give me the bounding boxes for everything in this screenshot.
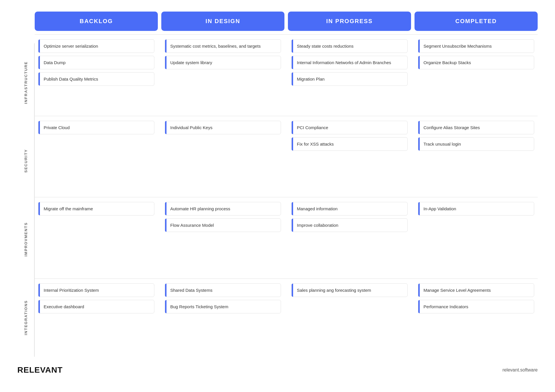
card-improvments-in-design-1[interactable]: Flow Assurance Model <box>165 218 281 232</box>
row-label-text-security: SECURITY <box>24 149 28 173</box>
footer-url: relevant.software <box>502 367 538 373</box>
board-row-integrations: Internal Prioritization SystemExecutive … <box>35 278 538 357</box>
cell-integrations-in-progress: Sales planning ang forecasting system <box>288 279 411 357</box>
col-header-label-backlog: BACKLOG <box>79 18 113 24</box>
card-integrations-in-design-1[interactable]: Bug Reports Ticketing System <box>165 300 281 313</box>
card-improvments-in-progress-0[interactable]: Managed information <box>291 202 408 215</box>
row-label-text-infrastructure: INFRASTRUCTURE <box>24 61 28 104</box>
col-header-in-design: IN DESIGN <box>161 12 284 31</box>
board-row-improvments: Migrate off the mainframeAutomate HR pla… <box>35 197 538 276</box>
col-headers: BACKLOGIN DESIGNIN PROGRESSCOMPLETED <box>35 12 538 31</box>
col-header-backlog: BACKLOG <box>35 12 158 31</box>
card-improvments-in-progress-1[interactable]: Improve collaboration <box>291 218 408 232</box>
cell-improvments-in-design: Automate HR planning processFlow Assuran… <box>161 197 284 276</box>
col-header-label-in-design: IN DESIGN <box>206 18 240 24</box>
row-label-text-improvments: IMPROVMENTS <box>24 222 28 257</box>
card-infrastructure-in-progress-2[interactable]: Migration Plan <box>291 72 408 86</box>
card-infrastructure-in-progress-1[interactable]: Internal Information Networks of Admin B… <box>291 56 408 69</box>
footer-logo: RELEVANT <box>17 365 63 375</box>
cell-improvments-backlog: Migrate off the mainframe <box>35 197 158 276</box>
rows-area: Optimize server serializationData DumpPu… <box>35 34 538 357</box>
col-header-label-in-progress: IN PROGRESS <box>326 18 373 24</box>
card-security-in-progress-1[interactable]: Fix for XSS attacks <box>291 137 408 151</box>
footer: RELEVANT relevant.software <box>17 360 538 375</box>
cell-security-completed: Configure Alias Storage SitesTrack unusu… <box>415 116 538 194</box>
cell-infrastructure-completed: Segment Unsubscribe MechanismsOrganize B… <box>415 35 538 113</box>
card-infrastructure-in-design-0[interactable]: Systematic cost metrics, baselines, and … <box>165 39 281 53</box>
board-row-infrastructure: Optimize server serializationData DumpPu… <box>35 34 538 113</box>
card-infrastructure-backlog-1[interactable]: Data Dump <box>38 56 154 69</box>
row-label-security: SECURITY <box>17 122 35 200</box>
cell-integrations-backlog: Internal Prioritization SystemExecutive … <box>35 279 158 357</box>
columns-area: BACKLOGIN DESIGNIN PROGRESSCOMPLETED Opt… <box>35 12 538 357</box>
row-label-integrations: INTEGRATIONS <box>17 278 35 357</box>
card-integrations-backlog-0[interactable]: Internal Prioritization System <box>38 283 154 297</box>
cell-infrastructure-in-design: Systematic cost metrics, baselines, and … <box>161 35 284 113</box>
card-infrastructure-in-progress-0[interactable]: Steady state costs reductions <box>291 39 408 53</box>
board-row-security: Private CloudIndividual Public KeysPCI C… <box>35 116 538 194</box>
cell-improvments-completed: In-App Validation <box>415 197 538 276</box>
row-label-text-integrations: INTEGRATIONS <box>24 300 28 335</box>
card-integrations-completed-1[interactable]: Performance Indicators <box>418 300 534 313</box>
col-header-completed: COMPLETED <box>415 12 538 31</box>
card-security-in-design-0[interactable]: Individual Public Keys <box>165 121 281 134</box>
cell-integrations-completed: Manage Service Level AgreementsPerforman… <box>415 279 538 357</box>
card-infrastructure-in-design-1[interactable]: Update system library <box>165 56 281 69</box>
card-security-in-progress-0[interactable]: PCI Compliance <box>291 121 408 134</box>
card-integrations-in-progress-0[interactable]: Sales planning ang forecasting system <box>291 283 408 297</box>
card-security-completed-1[interactable]: Track unusual login <box>418 137 534 151</box>
card-security-completed-0[interactable]: Configure Alias Storage Sites <box>418 121 534 134</box>
card-integrations-backlog-1[interactable]: Executive dashboard <box>38 300 154 313</box>
card-improvments-in-design-0[interactable]: Automate HR planning process <box>165 202 281 215</box>
cell-security-in-design: Individual Public Keys <box>161 116 284 194</box>
cell-infrastructure-backlog: Optimize server serializationData DumpPu… <box>35 35 158 113</box>
cell-infrastructure-in-progress: Steady state costs reductionsInternal In… <box>288 35 411 113</box>
card-infrastructure-backlog-2[interactable]: Publish Data Quality Metrics <box>38 72 154 86</box>
card-integrations-in-design-0[interactable]: Shared Data Systems <box>165 283 281 297</box>
col-header-label-completed: COMPLETED <box>455 18 497 24</box>
card-infrastructure-completed-0[interactable]: Segment Unsubscribe Mechanisms <box>418 39 534 53</box>
page-wrapper: INFRASTRUCTURESECURITYIMPROVMENTSINTEGRA… <box>0 0 555 392</box>
card-integrations-completed-0[interactable]: Manage Service Level Agreements <box>418 283 534 297</box>
cell-improvments-in-progress: Managed informationImprove collaboration <box>288 197 411 276</box>
row-label-improvments: IMPROVMENTS <box>17 200 35 278</box>
card-improvments-backlog-0[interactable]: Migrate off the mainframe <box>38 202 154 215</box>
row-labels: INFRASTRUCTURESECURITYIMPROVMENTSINTEGRA… <box>17 12 35 357</box>
card-infrastructure-completed-1[interactable]: Organize Backup Stacks <box>418 56 534 69</box>
kanban-board: INFRASTRUCTURESECURITYIMPROVMENTSINTEGRA… <box>17 12 538 357</box>
card-improvments-completed-0[interactable]: In-App Validation <box>418 202 534 215</box>
cell-security-backlog: Private Cloud <box>35 116 158 194</box>
card-infrastructure-backlog-0[interactable]: Optimize server serialization <box>38 39 154 53</box>
card-security-backlog-0[interactable]: Private Cloud <box>38 121 154 134</box>
cell-integrations-in-design: Shared Data SystemsBug Reports Ticketing… <box>161 279 284 357</box>
row-label-infrastructure: INFRASTRUCTURE <box>17 43 35 122</box>
col-header-in-progress: IN PROGRESS <box>288 12 411 31</box>
cell-security-in-progress: PCI ComplianceFix for XSS attacks <box>288 116 411 194</box>
